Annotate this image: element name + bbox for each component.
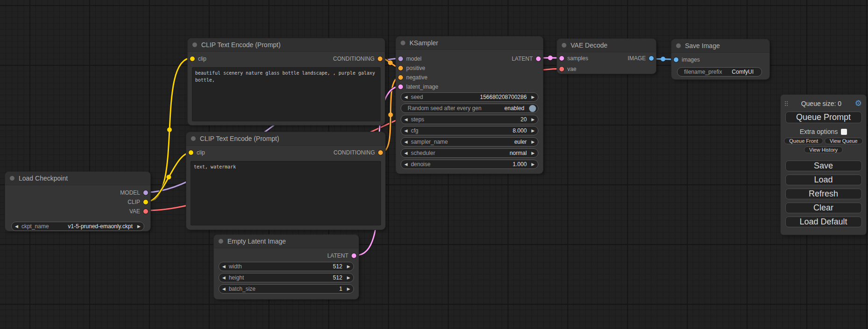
collapse-dot-icon[interactable] [676,43,681,48]
view-history-button[interactable]: View History [804,147,843,153]
queue-prompt-button[interactable]: Queue Prompt [785,112,862,123]
output-slot-vae[interactable]: VAE [129,207,148,216]
decrement-arrow-icon[interactable]: ◀ [404,151,408,155]
decrement-arrow-icon[interactable]: ◀ [404,118,408,122]
filename-prefix-widget[interactable]: filename_prefix ComfyUI [677,67,762,77]
node-clip-text-encode-negative[interactable]: CLIP Text Encode (Prompt) clip CONDITION… [186,132,385,230]
input-slot-samples[interactable]: samples [559,54,588,63]
height-widget[interactable]: ◀ height 512 ▶ [219,273,354,282]
conditioning-slot-dot[interactable] [378,56,382,61]
batch-size-widget[interactable]: ◀ batch_size 1 ▶ [219,284,354,294]
random-seed-toggle-widget[interactable]: Random seed after every gen enabled [401,104,538,113]
increment-arrow-icon[interactable]: ▶ [531,151,535,155]
cfg-widget[interactable]: ◀ cfg 8.000 ▶ [401,126,538,135]
node-save-image[interactable]: Save Image images filename_prefix ComfyU… [671,39,769,79]
decrement-arrow-icon[interactable]: ◀ [404,162,408,167]
increment-arrow-icon[interactable]: ▶ [531,140,535,144]
node-title: Save Image [685,42,720,49]
save-button[interactable]: Save [785,161,862,171]
queue-menu-panel: Queue size: 0 ⚙ Queue Prompt Extra optio… [781,95,866,235]
increment-arrow-icon[interactable]: ▶ [137,224,141,229]
node-title-bar: CLIP Text Encode (Prompt) [188,38,385,52]
increment-arrow-icon[interactable]: ▶ [531,118,535,122]
node-load-checkpoint[interactable]: Load Checkpoint MODEL CLIP VAE ◀ ckpt_na… [5,172,150,231]
load-default-button[interactable]: Load Default [785,217,862,227]
decrement-arrow-icon[interactable]: ◀ [404,140,408,144]
decrement-arrow-icon[interactable]: ◀ [222,287,226,291]
decrement-arrow-icon[interactable]: ◀ [222,276,226,280]
scheduler-widget[interactable]: ◀ scheduler normal ▶ [401,148,538,158]
denoise-widget[interactable]: ◀ denoise 1.000 ▶ [401,160,538,169]
output-slot-image[interactable]: IMAGE [628,54,654,63]
toggle-knob-icon[interactable] [529,105,536,112]
input-slot-clip[interactable]: clip [189,148,205,157]
load-button[interactable]: Load [785,175,862,185]
node-title-bar: Empty Latent Image [214,235,359,248]
clip-slot-dot[interactable] [190,56,195,61]
output-slot-conditioning[interactable]: CONDITIONING [333,148,383,157]
queue-front-button[interactable]: Queue Front [784,138,823,144]
width-widget[interactable]: ◀ width 512 ▶ [219,262,354,271]
output-slot-latent[interactable]: LATENT [512,54,541,63]
input-slot-positive[interactable]: positive [398,63,425,73]
decrement-arrow-icon[interactable]: ◀ [15,224,18,229]
input-slot-latent-image[interactable]: latent_image [398,82,438,91]
seed-widget[interactable]: ◀ seed 156680208700286 ▶ [401,92,538,102]
node-clip-text-encode-positive[interactable]: CLIP Text Encode (Prompt) clip CONDITION… [188,38,385,125]
conditioning-slot-dot[interactable] [398,66,403,70]
ckpt-name-widget[interactable]: ◀ ckpt_name v1-5-pruned-emaonly.ckpt ▶ [11,222,144,231]
increment-arrow-icon[interactable]: ▶ [347,287,350,291]
negative-prompt-textarea[interactable]: text, watermark [191,161,381,225]
vae-slot-dot[interactable] [559,67,564,71]
conditioning-slot-dot[interactable] [378,150,383,155]
collapse-dot-icon[interactable] [10,176,14,181]
input-slot-negative[interactable]: negative [398,73,427,82]
latent-slot-dot[interactable] [559,56,564,61]
node-title: KSampler [409,39,438,47]
decrement-arrow-icon[interactable]: ◀ [222,265,226,269]
latent-slot-dot[interactable] [398,84,403,89]
node-empty-latent-image[interactable]: Empty Latent Image LATENT ◀ width 512 ▶ … [214,235,359,299]
collapse-dot-icon[interactable] [401,41,405,45]
collapse-dot-icon[interactable] [191,136,196,141]
latent-slot-dot[interactable] [352,253,356,258]
node-ksampler[interactable]: KSampler model LATENT positive negative … [396,36,543,174]
input-slot-clip[interactable]: clip [190,54,206,63]
clip-slot-dot[interactable] [143,200,148,204]
image-slot-dot[interactable] [674,57,678,62]
collapse-dot-icon[interactable] [562,43,566,48]
model-slot-dot[interactable] [143,190,148,195]
node-vae-decode[interactable]: VAE Decode samples IMAGE vae [557,39,656,74]
output-slot-model[interactable]: MODEL [120,188,148,197]
steps-widget[interactable]: ◀ steps 20 ▶ [401,115,538,124]
conditioning-slot-dot[interactable] [398,75,403,80]
output-slot-conditioning[interactable]: CONDITIONING [333,54,382,63]
clear-button[interactable]: Clear [785,203,862,213]
increment-arrow-icon[interactable]: ▶ [531,162,535,167]
node-graph-canvas[interactable]: Load Checkpoint MODEL CLIP VAE ◀ ckpt_na… [0,0,868,329]
latent-slot-dot[interactable] [536,56,541,61]
image-slot-dot[interactable] [649,56,654,61]
increment-arrow-icon[interactable]: ▶ [531,129,535,133]
collapse-dot-icon[interactable] [219,239,223,244]
positive-prompt-textarea[interactable]: beautiful scenery nature glass bottle la… [192,67,381,121]
settings-gear-icon[interactable]: ⚙ [855,99,862,107]
increment-arrow-icon[interactable]: ▶ [347,276,350,280]
sampler-name-widget[interactable]: ◀ sampler_name euler ▶ [401,137,538,147]
increment-arrow-icon[interactable]: ▶ [347,265,350,269]
increment-arrow-icon[interactable]: ▶ [531,95,535,99]
refresh-button[interactable]: Refresh [785,189,862,199]
model-slot-dot[interactable] [398,56,403,61]
output-slot-latent[interactable]: LATENT [327,251,356,260]
clip-slot-dot[interactable] [189,150,193,155]
extra-options-checkbox[interactable] [841,129,847,135]
output-slot-clip[interactable]: CLIP [127,197,148,207]
vae-slot-dot[interactable] [143,209,148,214]
decrement-arrow-icon[interactable]: ◀ [404,129,408,133]
collapse-dot-icon[interactable] [192,42,197,47]
decrement-arrow-icon[interactable]: ◀ [404,95,408,99]
input-slot-vae[interactable]: vae [559,64,576,74]
view-queue-button[interactable]: View Queue [825,138,863,144]
input-slot-images[interactable]: images [674,55,700,64]
input-slot-model[interactable]: model [398,54,422,63]
